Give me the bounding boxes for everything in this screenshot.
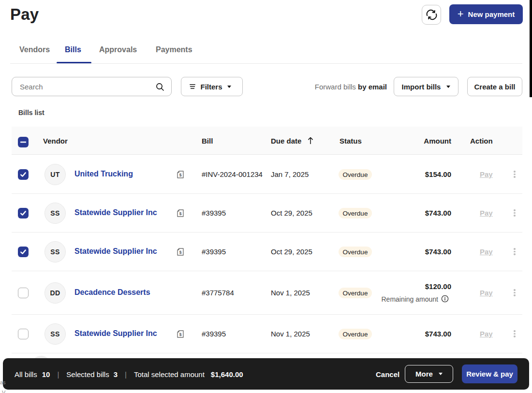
svg-text:$: $ — [179, 250, 182, 255]
svg-text:$: $ — [179, 332, 182, 337]
svg-text:$: $ — [179, 173, 182, 177]
svg-text:$: $ — [179, 211, 182, 216]
